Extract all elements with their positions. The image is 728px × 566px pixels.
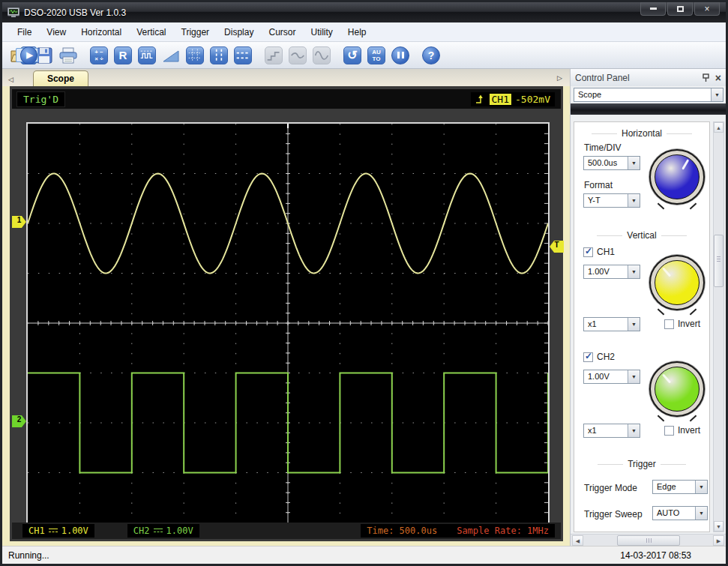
ch2-probe-select[interactable]: x1 ▼	[583, 424, 640, 438]
trigger-mode-select[interactable]: Edge ▼	[652, 480, 708, 494]
ch1-probe-value: x1	[588, 319, 597, 328]
menu-help[interactable]: Help	[340, 24, 374, 40]
ch1-probe-select[interactable]: x1 ▼	[583, 317, 640, 331]
horizontal-section-title: Horizontal	[574, 128, 709, 139]
menu-file[interactable]: File	[10, 24, 39, 40]
trigger-sweep-dropdown-icon[interactable]: ▼	[695, 507, 707, 520]
ch2-position-marker[interactable]: 2	[12, 415, 26, 427]
panel-close-icon[interactable]: ×	[715, 74, 721, 82]
play-icon: ▶	[26, 49, 32, 61]
ch1-position-knob[interactable]	[649, 255, 705, 310]
ch1-enable-checkbox[interactable]: ✓ CH1	[583, 247, 615, 257]
scope-panel: Trig'D CH1 -502mV 1 2 T CH1 1.00V	[10, 86, 563, 541]
floppy-icon	[36, 47, 52, 64]
scroll-left-icon[interactable]: ◀	[572, 535, 583, 546]
horizontal-cursors-button[interactable]	[232, 44, 254, 67]
ch1-position-marker[interactable]: 1	[12, 216, 26, 228]
menu-bar: File View Horizontal Vertical Trigger Di…	[2, 22, 726, 42]
ch1-invert-checkbox[interactable]: Invert	[664, 319, 700, 329]
autoset-button[interactable]: AU TO	[365, 44, 388, 67]
trigger-sweep-select[interactable]: AUTO ▼	[652, 506, 708, 520]
ch2-knob-face	[655, 367, 700, 412]
menu-cursor[interactable]: Cursor	[261, 24, 303, 40]
horizontal-knob[interactable]	[649, 149, 705, 205]
print-button[interactable]	[57, 44, 79, 67]
trigger-readout: CH1 -502mV	[471, 92, 555, 106]
menu-view[interactable]: View	[39, 24, 73, 40]
minimize-icon	[650, 7, 657, 10]
ch1-probe-dropdown-icon[interactable]: ▼	[628, 318, 640, 331]
reference-button[interactable]: R	[112, 44, 134, 67]
menu-display[interactable]: Display	[217, 24, 261, 40]
scroll-up-icon[interactable]: ▲	[714, 122, 724, 133]
format-select[interactable]: Y-T ▼	[583, 193, 640, 208]
math-button[interactable]: + − × ÷	[88, 44, 110, 67]
ch2-readout: CH2 1.00V	[127, 524, 199, 538]
format-dropdown-icon[interactable]: ▼	[628, 194, 640, 207]
time-div-value: 500.0us	[588, 158, 617, 167]
ch2-volts-dropdown-icon[interactable]: ▼	[628, 370, 640, 383]
scope-footer: CH1 1.00V CH2 1.00V Time: 500.0us Sample…	[12, 523, 561, 539]
help-icon: ?	[428, 49, 435, 61]
ch2-enable-checkbox[interactable]: ✓ CH2	[583, 352, 615, 362]
panel-horizontal-scrollbar[interactable]: ◀ ▶	[571, 534, 726, 546]
title-bar: DSO-2020 USB Ver 1.0.3 ×	[2, 2, 726, 22]
vertical-cursors-icon	[211, 48, 226, 63]
undo-icon: ↺	[347, 48, 357, 62]
ch2-volts-per-div: 1.00V	[166, 526, 193, 536]
ch2-volts-value: 1.00V	[588, 372, 610, 381]
ch2-check-icon: ✓	[585, 351, 592, 361]
ch2-invert-checkbox[interactable]: Invert	[664, 425, 700, 436]
ch2-probe-value: x1	[588, 426, 597, 435]
trigger-source-badge: CH1	[490, 94, 511, 105]
panel-selector[interactable]: Scope ▼	[574, 88, 724, 102]
pulse-train-button[interactable]	[136, 44, 158, 67]
trigger-level-marker[interactable]: T	[550, 241, 564, 253]
minimize-button[interactable]	[640, 2, 666, 16]
menu-utility[interactable]: Utility	[303, 24, 340, 40]
scroll-down-icon[interactable]: ▼	[714, 521, 724, 532]
pause-button[interactable]	[389, 44, 412, 67]
undo-button[interactable]: ↺	[341, 44, 364, 67]
trigger-edge-icon	[475, 94, 486, 105]
menu-trigger[interactable]: Trigger	[174, 24, 217, 40]
time-div-select[interactable]: 500.0us ▼	[583, 156, 640, 170]
ch2-volts-select[interactable]: 1.00V ▼	[583, 370, 640, 384]
tab-scope[interactable]: Scope	[33, 70, 88, 86]
vertical-section-title: Vertical	[574, 230, 709, 241]
help-button[interactable]: ?	[420, 44, 442, 67]
vertical-scroll-thumb[interactable]	[714, 235, 724, 287]
ch1-invert-label: Invert	[678, 319, 700, 329]
ch1-readout: CH1 1.00V	[22, 524, 94, 538]
tab-scroll-left-icon[interactable]: ◁	[2, 76, 16, 86]
vertical-cursors-button[interactable]	[208, 44, 230, 67]
ch2-probe-dropdown-icon[interactable]: ▼	[628, 424, 640, 437]
panel-vertical-scrollbar[interactable]: ▲ ▼	[713, 121, 724, 532]
panel-selector-dropdown-icon[interactable]: ▼	[711, 88, 723, 101]
time-div-dropdown-icon[interactable]: ▼	[628, 157, 640, 169]
menu-vertical[interactable]: Vertical	[129, 24, 173, 40]
ch1-volts-dropdown-icon[interactable]: ▼	[628, 265, 640, 278]
tab-scroll-right-icon[interactable]: ▷	[551, 74, 565, 85]
scroll-right-icon[interactable]: ▶	[713, 535, 724, 546]
horizontal-scroll-thumb[interactable]	[617, 535, 680, 546]
menu-horizontal[interactable]: Horizontal	[73, 24, 129, 40]
sample-rate: Sample Rate: 1MHz	[457, 526, 549, 536]
grid-icon	[187, 48, 202, 63]
tab-scope-label: Scope	[47, 73, 74, 84]
maximize-button[interactable]	[667, 2, 693, 16]
grid-button[interactable]	[184, 44, 206, 67]
ch1-checkbox-label: CH1	[597, 247, 615, 257]
status-datetime: 14-03-2017 08:53	[620, 550, 691, 561]
pin-icon[interactable]	[703, 73, 709, 82]
format-value: Y-T	[588, 196, 601, 205]
ch1-volts-select[interactable]: 1.00V ▼	[583, 265, 640, 279]
trigger-mode-dropdown-icon[interactable]: ▼	[695, 481, 707, 493]
ch2-invert-label: Invert	[678, 425, 700, 436]
trigger-status: Trig'D	[16, 91, 65, 107]
ramp-button[interactable]	[160, 44, 182, 67]
ch2-position-knob[interactable]	[649, 361, 705, 417]
status-text: Running...	[8, 550, 49, 561]
run-button[interactable]: ▶	[16, 48, 38, 62]
close-button[interactable]: ×	[694, 2, 720, 16]
